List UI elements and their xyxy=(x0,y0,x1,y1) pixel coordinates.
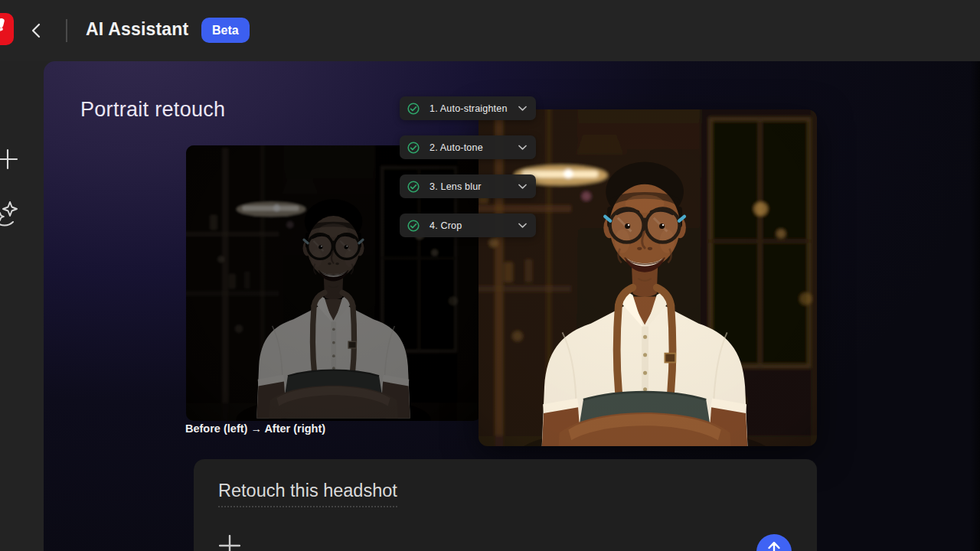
logo-glyph-fragment xyxy=(0,18,5,28)
step-auto-tone[interactable]: 2. Auto-tone xyxy=(400,135,536,159)
back-button[interactable] xyxy=(26,20,47,41)
app-logo-icon[interactable] xyxy=(0,13,14,45)
chevron-down-icon xyxy=(518,106,527,111)
step-crop[interactable]: 4. Crop xyxy=(400,214,536,237)
prompt-input[interactable]: Retouch this headshot xyxy=(218,481,397,501)
top-bar: AI Assistant Beta xyxy=(0,0,980,61)
section-heading: Portrait retouch xyxy=(80,98,225,122)
chevron-down-icon xyxy=(518,223,527,228)
beta-badge: Beta xyxy=(201,18,250,43)
app-window: AI Assistant Beta Portrait retouch xyxy=(0,0,980,551)
page-title: AI Assistant xyxy=(86,19,188,40)
chevron-down-icon xyxy=(518,145,527,150)
ai-sparkle-icon[interactable] xyxy=(0,201,19,228)
prompt-card: Retouch this headshot xyxy=(194,459,817,551)
check-circle-icon xyxy=(407,142,420,154)
sidebar xyxy=(0,61,44,551)
attach-button[interactable] xyxy=(219,535,240,551)
step-label: 1. Auto-straighten xyxy=(430,103,518,114)
chevron-down-icon xyxy=(518,184,527,189)
plus-icon xyxy=(219,535,240,551)
retouch-steps-list: 1. Auto-straighten 2. Auto-tone 3. Lens xyxy=(400,96,536,253)
step-label: 3. Lens blur xyxy=(430,181,518,192)
step-auto-straighten[interactable]: 1. Auto-straighten xyxy=(400,96,536,120)
before-after-caption: Before (left) → After (right) xyxy=(185,422,325,435)
check-circle-icon xyxy=(407,220,420,232)
right-edge-shade xyxy=(970,61,980,551)
check-circle-icon xyxy=(407,181,420,193)
check-circle-icon xyxy=(407,103,420,115)
add-icon[interactable] xyxy=(0,148,18,170)
main-panel: Portrait retouch 1. Auto-straighten xyxy=(44,61,980,551)
header-divider xyxy=(66,19,67,42)
step-label: 2. Auto-tone xyxy=(430,142,518,153)
chevron-left-icon xyxy=(28,21,46,40)
step-label: 4. Crop xyxy=(430,220,518,231)
logo-glyph-fragment xyxy=(0,28,3,33)
prompt-text: Retouch this headshot xyxy=(218,481,397,507)
send-button[interactable] xyxy=(756,534,792,551)
arrow-up-icon xyxy=(765,538,783,551)
step-lens-blur[interactable]: 3. Lens blur xyxy=(400,174,536,198)
